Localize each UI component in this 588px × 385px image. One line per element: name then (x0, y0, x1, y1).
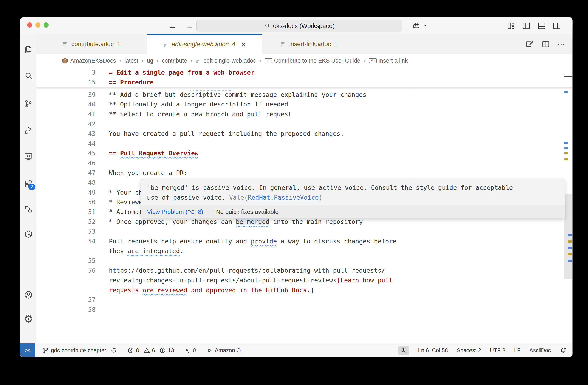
eol-item[interactable]: LF (514, 347, 521, 354)
breadcrumb-item[interactable]: abcContribute to the EKS User Guide (265, 57, 360, 64)
line-number: 42 (36, 120, 96, 128)
editor-line[interactable]: 56https://docs.github.com/en/pull-reques… (36, 266, 572, 276)
language-mode-item[interactable]: AsciiDoc (529, 347, 551, 354)
more-actions-icon[interactable]: ⋯ (557, 39, 566, 49)
editor-line[interactable]: 54Pull requests help ensure quality and … (36, 236, 572, 246)
line-content: ** Add a brief but descriptive commit me… (109, 91, 367, 98)
line-number: 49 (36, 189, 96, 196)
maximize-window-button[interactable] (44, 22, 49, 28)
editor-line[interactable]: reviewing-changes-in-pull-requests/about… (36, 275, 572, 285)
line-number: 51 (36, 208, 96, 215)
radio-tower-icon (184, 347, 191, 354)
editor-line[interactable]: 57 (36, 295, 572, 305)
close-window-button[interactable] (27, 22, 32, 28)
indentation-item[interactable]: Spaces: 2 (457, 347, 481, 354)
search-icon (264, 23, 271, 29)
encoding-item[interactable]: UTF-8 (490, 347, 505, 354)
editor-line[interactable]: 44 (36, 139, 572, 149)
activity-item-extensions[interactable]: 2 (23, 179, 34, 189)
activity-item-source-control[interactable] (23, 99, 34, 109)
sync-icon (110, 347, 117, 354)
overview-ruler-mark-gold (564, 152, 568, 154)
view-problem-link[interactable]: View Problem (⌥F8) (147, 208, 203, 215)
activity-item-references[interactable] (23, 204, 34, 214)
port-status-item[interactable]: 0 (184, 347, 196, 354)
package-icon (62, 57, 68, 64)
editor-line[interactable]: 3= Edit a single page from a web browser (36, 67, 572, 77)
editor-line[interactable]: 40** Optionally add a longer description… (36, 99, 572, 109)
activity-item-accounts[interactable] (23, 290, 34, 300)
line-number: 41 (36, 111, 96, 118)
line-content: ** Optionally add a longer description i… (109, 101, 288, 108)
close-tab-icon[interactable]: ✕ (241, 41, 246, 48)
breadcrumb-label: latest (125, 57, 138, 64)
breadcrumb-item[interactable]: ug (147, 57, 153, 64)
back-button[interactable]: ← (168, 21, 177, 31)
branch-status-item[interactable]: gdc-contribute-chapter (42, 347, 117, 354)
zoom-in-icon (400, 347, 407, 354)
forward-button[interactable]: → (185, 21, 194, 31)
breadcrumb-label: AmazonEKSDocs (70, 57, 116, 64)
customize-layout-icon[interactable] (507, 21, 516, 31)
activity-item-run-and-debug[interactable] (23, 125, 34, 135)
activity-item-settings[interactable]: ⚙ (23, 314, 34, 324)
clipped-squiggle-decoration (189, 90, 232, 91)
problems-status-item[interactable]: 0 6 13 (127, 347, 174, 354)
editor-line[interactable]: 46 (36, 158, 572, 168)
editor-line[interactable]: 41** Select to create a new branch and p… (36, 109, 572, 119)
tab-insert-link.adoc[interactable]: insert-link.adoc1 (262, 34, 356, 54)
file-lines-icon (163, 41, 168, 47)
remote-indicator[interactable]: >< (20, 344, 35, 357)
line-number: 52 (36, 218, 96, 225)
line-number: 55 (36, 257, 96, 264)
vale-rule-link[interactable]: RedHat.PassiveVoice (248, 194, 319, 201)
editor-line[interactable]: 39** Add a brief but descriptive commit … (36, 90, 572, 99)
tab-edit-single-web.adoc[interactable]: edit-single-web.adoc4✕ (147, 34, 262, 54)
breadcrumb-item[interactable]: contribute (162, 57, 187, 64)
cursor-position-item[interactable]: Ln 6, Col 58 (418, 347, 448, 354)
activity-item-search[interactable] (23, 71, 34, 81)
open-preview-icon[interactable] (525, 39, 534, 49)
line-content: https://docs.github.com/en/pull-requests… (109, 267, 385, 274)
command-center-search[interactable]: eks-docs (Workspace) (196, 20, 402, 32)
extensions-badge: 2 (28, 184, 35, 191)
editor-line[interactable]: 42 (36, 119, 572, 129)
activity-item-remote-explorer[interactable] (23, 152, 34, 161)
editor-line[interactable]: 43You have created a pull request includ… (36, 129, 572, 139)
toggle-panel-icon[interactable] (537, 21, 546, 31)
editor-line[interactable]: 45== Pull Request Overview (36, 149, 572, 158)
overview-ruler-mark-blue (568, 260, 572, 262)
zoom-status-item[interactable] (398, 346, 409, 355)
split-editor-icon[interactable] (541, 39, 550, 49)
activity-item-explorer[interactable] (23, 44, 34, 55)
amazon-q-status-item[interactable]: Amazon Q (206, 347, 241, 354)
git-branch-icon (42, 347, 49, 354)
editor-pane[interactable]: 39** Add a brief but descriptive commit … (36, 67, 572, 344)
editor-line[interactable]: 58 (36, 305, 572, 315)
explorer-icon (24, 45, 33, 54)
breadcrumb-item[interactable]: AmazonEKSDocs (62, 57, 116, 64)
activity-item-amazon-q[interactable] (23, 229, 34, 239)
gear-icon: ⚙ (24, 314, 33, 324)
breadcrumb-item[interactable]: latest (125, 57, 138, 64)
copilot-menu[interactable] (412, 21, 428, 30)
tab-contribute.adoc[interactable]: contribute.adoc1 (36, 34, 147, 54)
overview-ruler-mark-gold (568, 240, 572, 243)
no-quick-fixes-label: No quick fixes available (216, 208, 279, 215)
breadcrumb-separator: › (119, 57, 121, 64)
editor-line[interactable]: 55 (36, 256, 572, 266)
editor-line[interactable]: they are integrated. (36, 246, 572, 256)
line-number: 50 (36, 198, 96, 206)
editor-line[interactable]: 47When you create a PR: (36, 168, 572, 178)
editor-line[interactable]: 53 (36, 227, 572, 236)
warning-icon (143, 347, 150, 354)
tab-label: contribute.adoc (71, 41, 114, 48)
toggle-primary-sidebar-icon[interactable] (522, 21, 531, 31)
minimize-window-button[interactable] (35, 22, 41, 28)
breadcrumb-item[interactable]: edit-single-web.adoc (195, 57, 256, 64)
breadcrumb-item[interactable]: abcInsert a link (369, 57, 408, 64)
editor-line[interactable]: requests are reviewed and approved in th… (36, 285, 572, 295)
editor-line[interactable]: 15== Procedure (36, 77, 572, 87)
toggle-secondary-sidebar-icon[interactable] (552, 21, 561, 31)
notifications-bell-icon[interactable] (560, 347, 567, 354)
